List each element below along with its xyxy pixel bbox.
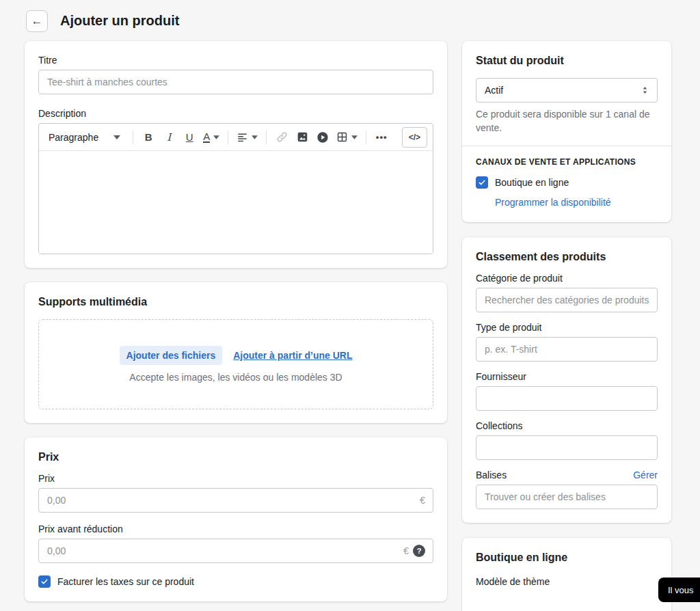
table-icon: [336, 131, 348, 143]
charge-tax-checkbox[interactable]: [38, 575, 51, 588]
add-files-button[interactable]: Ajouter des fichiers: [120, 346, 223, 365]
price-input[interactable]: [38, 488, 433, 513]
code-icon: </>: [409, 133, 420, 142]
online-store-card: Boutique en ligne Modèle de thème: [462, 538, 671, 611]
compare-at-price-input[interactable]: [38, 539, 433, 563]
online-store-card-title: Boutique en ligne: [476, 552, 658, 564]
right-column: Statut du produit Actif Ce produit sera …: [462, 41, 671, 611]
organization-card-title: Classement des produits: [476, 251, 658, 263]
page-title: Ajouter un produit: [60, 13, 179, 29]
more-options-button[interactable]: •••: [372, 127, 391, 148]
status-card: Statut du produit Actif Ce produit sera …: [462, 41, 671, 222]
left-column: Titre Description Paragraphe: [25, 41, 447, 601]
organization-card: Classement des produits Catégorie de pro…: [462, 237, 671, 523]
alignment-dropdown[interactable]: [234, 127, 260, 148]
product-category-label: Catégorie de produit: [476, 273, 658, 284]
media-dropzone[interactable]: Ajouter des fichiers Ajouter à partir d’…: [38, 319, 433, 409]
paragraph-style-dropdown[interactable]: Paragraphe: [42, 127, 127, 148]
align-left-icon: [237, 132, 248, 143]
chevron-down-icon: [213, 135, 219, 139]
vendor-input[interactable]: [476, 386, 658, 411]
help-icon[interactable]: ?: [413, 545, 425, 557]
pricing-card: Prix Prix € Prix avant réduction: [25, 437, 447, 601]
tags-label: Balises: [476, 470, 507, 480]
online-store-channel-checkbox[interactable]: [476, 176, 488, 189]
theme-template-label: Modèle de thème: [476, 576, 658, 587]
status-card-title: Statut du produit: [476, 55, 658, 67]
text-color-button[interactable]: A: [200, 127, 222, 148]
bold-button[interactable]: B: [139, 127, 158, 148]
compare-at-price-label: Prix avant réduction: [38, 524, 433, 534]
toolbar-divider: [266, 131, 267, 144]
title-input[interactable]: [38, 70, 433, 94]
chevron-down-icon: [252, 135, 258, 139]
product-type-label: Type de produit: [476, 322, 658, 333]
back-arrow-icon: ←: [31, 15, 43, 27]
title-label: Titre: [38, 55, 433, 66]
status-helper-text: Ce produit sera disponible sur 1 canal d…: [476, 108, 658, 135]
insert-table-dropdown[interactable]: [334, 127, 360, 148]
media-card: Supports multimédia Ajouter des fichiers…: [25, 282, 447, 423]
link-icon: [276, 131, 288, 143]
status-select[interactable]: Actif: [476, 78, 658, 103]
vendor-label: Fournisseur: [476, 371, 658, 382]
product-category-input[interactable]: [476, 288, 658, 312]
show-html-button[interactable]: </>: [402, 127, 427, 148]
collections-label: Collections: [476, 420, 658, 431]
editor-toolbar: Paragraphe B I U: [39, 124, 433, 151]
price-label: Prix: [38, 473, 433, 484]
checkmark-icon: [478, 178, 486, 187]
chevron-down-icon: [351, 135, 358, 139]
insert-link-button[interactable]: [272, 127, 291, 148]
insert-image-button[interactable]: [293, 127, 312, 148]
media-hint: Accepte les images, les vidéos ou les mo…: [129, 372, 342, 383]
toolbar-divider: [366, 131, 366, 144]
bold-icon: B: [145, 131, 152, 143]
product-details-card: Titre Description Paragraphe: [25, 41, 447, 268]
currency-symbol: €: [403, 545, 409, 556]
status-select-value: Actif: [485, 85, 503, 96]
collections-input[interactable]: [476, 435, 658, 460]
underline-icon: U: [186, 131, 193, 143]
media-card-title: Supports multimédia: [38, 296, 433, 308]
chevron-down-icon: [113, 135, 120, 139]
video-play-icon: [317, 131, 329, 144]
updown-arrows-icon: [641, 85, 649, 95]
italic-button[interactable]: I: [159, 127, 178, 148]
paragraph-style-label: Paragraphe: [49, 132, 98, 143]
sales-channels-heading: CANAUX DE VENTE ET APPLICATIONS: [476, 157, 658, 167]
text-color-icon: A: [203, 131, 210, 144]
charge-tax-label: Facturer les taxes sur ce produit: [57, 576, 194, 587]
description-editor: Paragraphe B I U: [38, 123, 433, 254]
currency-symbol: €: [420, 495, 425, 506]
description-textarea[interactable]: [39, 151, 433, 254]
image-icon: [297, 131, 308, 143]
main-content: Titre Description Paragraphe: [0, 36, 700, 611]
checkmark-icon: [40, 578, 49, 586]
back-button[interactable]: ←: [26, 10, 48, 32]
card-divider: [462, 146, 671, 146]
tooltip: Il vous: [658, 578, 700, 602]
online-store-channel-label: Boutique en ligne: [495, 177, 569, 188]
toolbar-divider: [133, 131, 133, 144]
toolbar-divider: [228, 131, 228, 144]
italic-icon: I: [167, 131, 171, 144]
ellipsis-icon: •••: [376, 132, 388, 142]
add-from-url-link[interactable]: Ajouter à partir d’une URL: [233, 350, 352, 361]
underline-button[interactable]: U: [180, 127, 199, 148]
add-product-page: ← Ajouter un produit Titre Description P…: [0, 0, 700, 611]
product-type-input[interactable]: [476, 337, 658, 362]
description-label: Description: [38, 108, 433, 119]
tags-input[interactable]: [476, 485, 658, 509]
schedule-availability-link[interactable]: Programmer la disponibilité: [495, 197, 611, 208]
tooltip-text: Il vous: [668, 585, 694, 595]
pricing-card-title: Prix: [38, 451, 433, 463]
insert-video-button[interactable]: [313, 127, 332, 148]
manage-tags-link[interactable]: Gérer: [633, 470, 658, 480]
page-header: ← Ajouter un produit: [0, 0, 700, 36]
